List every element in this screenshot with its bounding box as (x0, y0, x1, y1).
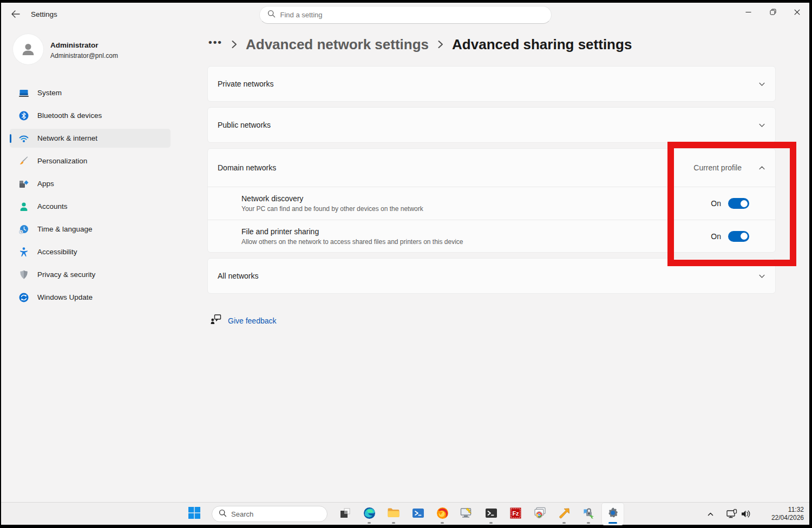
setting-title: Network discovery (241, 194, 711, 203)
edge-icon (363, 506, 376, 522)
domain-networks-expander[interactable]: Domain networks Current profile (208, 149, 775, 187)
remote-app-button[interactable] (456, 503, 477, 525)
volume-tray-icon[interactable] (739, 507, 753, 521)
breadcrumb: ••• Advanced network settings Advanced s… (208, 34, 632, 55)
accessibility-icon (18, 246, 29, 258)
sidebar-item-label: Accessibility (37, 248, 77, 256)
domain-networks-card: Domain networks Current profile Network … (207, 148, 776, 253)
system-icon (18, 87, 29, 98)
page-title: Advanced sharing settings (452, 36, 632, 53)
all-networks-card: All networks (207, 258, 776, 294)
sidebar-item-bluetooth[interactable]: Bluetooth & devices (10, 106, 171, 125)
powershell-icon (411, 506, 425, 522)
sidebar-item-label: Windows Update (37, 293, 93, 301)
sidebar-item-label: Time & language (37, 225, 93, 233)
paintbrush-icon (18, 155, 29, 167)
windows-logo-icon (188, 506, 201, 522)
tray-chevron-up-icon[interactable] (703, 507, 717, 521)
sidebar-item-accessibility[interactable]: Accessibility (10, 242, 171, 261)
user-email: Administrator@pnl.com (50, 52, 118, 60)
network-tray-icon[interactable] (725, 507, 739, 521)
breadcrumb-parent-link[interactable]: Advanced network settings (246, 36, 429, 53)
user-name: Administrator (50, 41, 99, 49)
system-tray: 11:32 22/04/2026 (703, 503, 809, 525)
computer-lightning-icon (460, 506, 474, 522)
file-printer-sharing-toggle-group: On (711, 231, 749, 242)
sidebar-item-label: Privacy & security (37, 270, 95, 279)
network-discovery-toggle-group: On (711, 198, 749, 209)
close-button[interactable] (785, 3, 809, 21)
current-profile-label: Current profile (693, 163, 742, 172)
sidebar-item-label: System (37, 89, 62, 97)
pinned-arrow-app-button[interactable] (553, 503, 575, 525)
sidebar-item-label: Apps (37, 180, 54, 188)
sidebar-item-accounts[interactable]: Accounts (10, 197, 171, 216)
network-discovery-toggle[interactable] (728, 198, 749, 209)
sidebar-item-label: Personalization (37, 157, 87, 165)
avatar[interactable] (13, 34, 43, 64)
settings-window: Settings Administrator Administrator@pnl… (1, 3, 809, 502)
filezilla-button[interactable]: Fz (505, 503, 526, 525)
running-indicator (441, 522, 444, 524)
search-icon (267, 10, 276, 20)
card-title: Private networks (218, 80, 758, 88)
find-setting-input[interactable] (280, 11, 543, 19)
chevron-down-icon (758, 80, 765, 88)
settings-app-button[interactable] (602, 503, 624, 525)
sidebar-item-time-language[interactable]: Time & language (10, 220, 171, 239)
sidebar-nav: System Bluetooth & devices Network & int… (10, 83, 171, 307)
breadcrumb-overflow-button[interactable]: ••• (208, 39, 222, 49)
firefox-button[interactable] (431, 503, 453, 525)
back-button[interactable] (6, 7, 24, 23)
file-printer-sharing-text: File and printer sharing Allow others on… (241, 227, 711, 246)
sidebar-item-label: Bluetooth & devices (37, 111, 102, 120)
taskbar-searchbox[interactable] (212, 506, 328, 522)
taskbar-search-input[interactable] (231, 510, 326, 518)
sidebar-item-system[interactable]: System (10, 83, 171, 102)
card-title: All networks (218, 272, 758, 280)
start-button[interactable] (184, 503, 205, 525)
public-networks-card: Public networks (207, 107, 776, 143)
toggle-state-label: On (711, 199, 721, 208)
private-networks-card: Private networks (207, 66, 776, 102)
running-indicator (489, 522, 493, 524)
sidebar-item-network-internet[interactable]: Network & internet (10, 129, 171, 148)
restore-button[interactable] (761, 3, 785, 21)
toggle-knob (741, 200, 748, 207)
secure-transfer-app-button[interactable] (578, 503, 599, 525)
card-title: Public networks (218, 121, 758, 129)
tray-date: 22/04/2026 (757, 514, 804, 522)
sidebar-item-label: Network & internet (37, 134, 97, 142)
running-indicator (587, 522, 590, 524)
settings-cards: Private networks Public networks Domain … (207, 66, 776, 294)
tray-clock[interactable]: 11:32 22/04/2026 (757, 506, 804, 522)
sidebar-item-privacy-security[interactable]: Privacy & security (10, 265, 171, 284)
chevron-up-icon (758, 164, 765, 171)
give-feedback-link[interactable]: Give feedback (211, 314, 277, 327)
chrome-remote-desktop-button[interactable] (529, 503, 551, 525)
edge-browser-button[interactable] (358, 503, 380, 525)
file-explorer-button[interactable] (383, 503, 404, 525)
find-setting-searchbox[interactable] (259, 6, 552, 24)
chrome-remote-desktop-icon (533, 506, 547, 522)
minimize-button[interactable] (736, 3, 761, 21)
terminal-button[interactable] (480, 503, 502, 525)
shield-icon (18, 269, 29, 280)
desktops-app-button[interactable] (334, 503, 356, 525)
feedback-icon (211, 314, 221, 327)
sidebar-item-personalization[interactable]: Personalization (10, 151, 171, 170)
powershell-button[interactable] (407, 503, 429, 525)
public-networks-expander[interactable]: Public networks (208, 108, 775, 142)
firefox-icon (436, 506, 449, 522)
file-printer-sharing-toggle[interactable] (728, 231, 749, 242)
sidebar-item-windows-update[interactable]: Windows Update (10, 288, 171, 307)
filezilla-icon: Fz (509, 506, 522, 522)
private-networks-expander[interactable]: Private networks (208, 67, 775, 101)
sidebar-item-apps[interactable]: Apps (10, 174, 171, 193)
all-networks-expander[interactable]: All networks (208, 259, 775, 293)
network-discovery-row: Network discovery Your PC can find and b… (208, 187, 775, 220)
back-arrow-icon (11, 10, 20, 20)
apps-icon (18, 178, 29, 189)
terminal-icon (484, 506, 498, 522)
setting-description: Your PC can find and be found by other d… (241, 205, 711, 213)
